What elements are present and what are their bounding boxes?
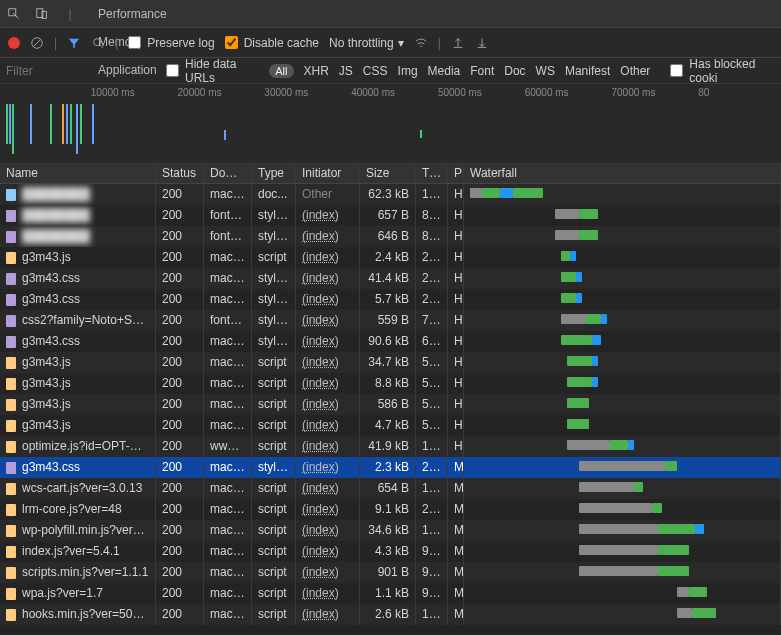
cell-type: style...	[252, 289, 296, 310]
filter-type-other[interactable]: Other	[620, 64, 650, 78]
request-row[interactable]: ████████200fonts...style...(index)657 B8…	[0, 205, 781, 226]
request-row[interactable]: g3m43.css200macr...style...(index)41.4 k…	[0, 268, 781, 289]
header-size[interactable]: Size	[360, 164, 416, 183]
header-initiator[interactable]: Initiator	[296, 164, 360, 183]
cell-initiator[interactable]: Other	[296, 184, 360, 205]
cell-initiator[interactable]: (index)	[296, 604, 360, 625]
cell-domain: macr...	[204, 289, 252, 310]
request-row[interactable]: wp-polyfill.min.js?ver=...200macr...scri…	[0, 520, 781, 541]
request-row[interactable]: optimize.js?id=OPT-W...200www....script(…	[0, 436, 781, 457]
request-row[interactable]: lrm-core.js?ver=48200macr...script(index…	[0, 499, 781, 520]
cell-initiator[interactable]: (index)	[296, 289, 360, 310]
header-priority[interactable]: P	[448, 164, 464, 183]
request-row[interactable]: g3m43.css200macr...style...(index)5.7 kB…	[0, 289, 781, 310]
filter-type-font[interactable]: Font	[470, 64, 494, 78]
devtools-tabstrip: | ElementsConsoleSourcesNetworkPerforman…	[0, 0, 781, 28]
cell-name: optimize.js?id=OPT-W...	[0, 436, 156, 457]
cell-initiator[interactable]: (index)	[296, 478, 360, 499]
cell-status: 200	[156, 562, 204, 583]
filter-type-manifest[interactable]: Manifest	[565, 64, 610, 78]
header-time[interactable]: Ti...	[416, 164, 448, 183]
filter-all[interactable]: All	[269, 64, 293, 78]
request-row[interactable]: wcs-cart.js?ver=3.0.13200macr...script(i…	[0, 478, 781, 499]
timeline-overview[interactable]: 10000 ms20000 ms30000 ms40000 ms50000 ms…	[0, 84, 781, 164]
filter-input[interactable]	[6, 64, 156, 78]
cell-initiator[interactable]: (index)	[296, 247, 360, 268]
request-row[interactable]: g3m43.js200macr...script(index)4.7 kB51.…	[0, 415, 781, 436]
filter-type-media[interactable]: Media	[428, 64, 461, 78]
cell-initiator[interactable]: (index)	[296, 499, 360, 520]
filter-type-ws[interactable]: WS	[536, 64, 555, 78]
header-status[interactable]: Status	[156, 164, 204, 183]
download-icon[interactable]	[475, 36, 489, 50]
upload-icon[interactable]	[451, 36, 465, 50]
cell-name: ████████	[0, 226, 156, 247]
cell-initiator[interactable]: (index)	[296, 415, 360, 436]
cell-size: 901 B	[360, 562, 416, 583]
cell-type: style...	[252, 205, 296, 226]
hide-data-urls-checkbox[interactable]: Hide data URLs	[166, 57, 259, 85]
clear-icon[interactable]	[30, 36, 44, 50]
filter-type-css[interactable]: CSS	[363, 64, 388, 78]
filter-type-img[interactable]: Img	[398, 64, 418, 78]
cell-time: 14...	[416, 478, 448, 499]
cell-size: 4.7 kB	[360, 415, 416, 436]
cell-initiator[interactable]: (index)	[296, 436, 360, 457]
cell-domain: fonts...	[204, 205, 252, 226]
header-domain[interactable]: Doma...	[204, 164, 252, 183]
request-row[interactable]: css2?family=Noto+Ser...200fonts...style.…	[0, 310, 781, 331]
throttling-select[interactable]: No throttling▾	[329, 36, 404, 50]
request-row[interactable]: g3m43.css200macr...style...(index)2.3 kB…	[0, 457, 781, 478]
cell-initiator[interactable]: (index)	[296, 331, 360, 352]
search-icon[interactable]	[91, 36, 105, 50]
header-waterfall[interactable]: Waterfall	[464, 164, 781, 183]
cell-initiator[interactable]: (index)	[296, 562, 360, 583]
wifi-icon[interactable]	[414, 36, 428, 50]
preserve-log-checkbox[interactable]: Preserve log	[128, 36, 214, 50]
cell-initiator[interactable]: (index)	[296, 520, 360, 541]
request-row[interactable]: g3m43.js200macr...script(index)34.7 kB57…	[0, 352, 781, 373]
disable-cache-checkbox[interactable]: Disable cache	[225, 36, 319, 50]
filter-type-js[interactable]: JS	[339, 64, 353, 78]
cell-initiator[interactable]: (index)	[296, 373, 360, 394]
cell-initiator[interactable]: (index)	[296, 352, 360, 373]
cell-initiator[interactable]: (index)	[296, 394, 360, 415]
tab-performance[interactable]: Performance	[84, 0, 181, 28]
filter-type-xhr[interactable]: XHR	[304, 64, 329, 78]
cell-waterfall	[464, 457, 781, 478]
request-row[interactable]: scripts.min.js?ver=1.1.1200macr...script…	[0, 562, 781, 583]
request-row[interactable]: g3m43.js200macr...script(index)8.8 kB55.…	[0, 373, 781, 394]
header-name[interactable]: Name	[0, 164, 156, 183]
device-toggle-icon[interactable]	[28, 7, 56, 21]
cell-waterfall	[464, 541, 781, 562]
cell-initiator[interactable]: (index)	[296, 205, 360, 226]
filter-icon[interactable]	[67, 36, 81, 50]
header-type[interactable]: Type	[252, 164, 296, 183]
cell-time: 55...	[416, 373, 448, 394]
cell-initiator[interactable]: (index)	[296, 310, 360, 331]
cell-initiator[interactable]: (index)	[296, 268, 360, 289]
request-row[interactable]: g3m43.js200macr...script(index)586 B52..…	[0, 394, 781, 415]
cell-size: 559 B	[360, 310, 416, 331]
inspect-icon[interactable]	[0, 7, 28, 21]
file-icon	[6, 441, 16, 453]
request-row[interactable]: hooks.min.js?ver=50e2...200macr...script…	[0, 604, 781, 625]
blocked-cookies-checkbox[interactable]: Has blocked cooki	[670, 57, 775, 85]
request-row[interactable]: index.js?ver=5.4.1200macr...script(index…	[0, 541, 781, 562]
cell-initiator[interactable]: (index)	[296, 457, 360, 478]
record-button[interactable]	[8, 37, 20, 49]
cell-size: 1.1 kB	[360, 583, 416, 604]
cell-domain: macr...	[204, 604, 252, 625]
filter-type-doc[interactable]: Doc	[504, 64, 525, 78]
request-row[interactable]: g3m43.css200macr...style...(index)90.6 k…	[0, 331, 781, 352]
cell-size: 2.3 kB	[360, 457, 416, 478]
cell-priority: M	[448, 520, 464, 541]
cell-initiator[interactable]: (index)	[296, 541, 360, 562]
request-row[interactable]: wpa.js?ver=1.7200macr...script(index)1.1…	[0, 583, 781, 604]
request-row[interactable]: g3m43.js200macr...script(index)2.4 kB20.…	[0, 247, 781, 268]
cell-initiator[interactable]: (index)	[296, 226, 360, 247]
request-row[interactable]: ████████200macr...doc...Other62.3 kB14..…	[0, 184, 781, 205]
cell-initiator[interactable]: (index)	[296, 583, 360, 604]
blocked-label: Has blocked cooki	[689, 57, 775, 85]
request-row[interactable]: ████████200fonts...style...(index)646 B8…	[0, 226, 781, 247]
